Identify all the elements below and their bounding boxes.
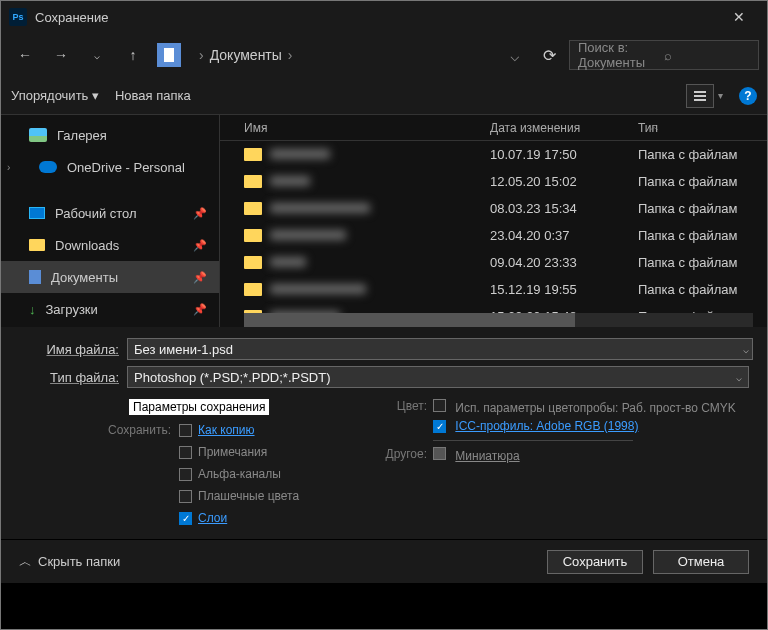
pin-icon: 📌 xyxy=(193,239,207,252)
file-row[interactable]: 08.03.23 15:34Папка с файлам xyxy=(220,195,767,222)
folder-icon xyxy=(244,202,262,215)
filename-label: Имя файла: xyxy=(19,342,119,357)
pin-icon: 📌 xyxy=(193,271,207,284)
file-row[interactable]: 09.04.20 23:33Папка с файлам xyxy=(220,249,767,276)
footer: ︿ Скрыть папки Сохранить Отмена xyxy=(1,539,767,583)
save-dialog: Ps Сохранение ✕ ← → ⌵ ↑ › Документы › ⌵ … xyxy=(0,0,768,630)
filetype-select[interactable]: Photoshop (*.PSD;*.PDD;*.PSDT) ⌵ xyxy=(127,366,749,388)
cloud-icon xyxy=(39,161,57,173)
pin-icon: 📌 xyxy=(193,303,207,316)
option-layers[interactable]: Слои xyxy=(198,511,227,525)
up-button[interactable]: ↑ xyxy=(117,39,149,71)
forward-button[interactable]: → xyxy=(45,39,77,71)
sidebar-item-desktop[interactable]: Рабочий стол 📌 xyxy=(1,197,219,229)
checkbox-thumb[interactable] xyxy=(433,447,446,460)
column-headers: Имя ︿ Дата изменения Тип xyxy=(220,115,767,141)
view-mode-button[interactable] xyxy=(686,84,714,108)
titlebar: Ps Сохранение ✕ xyxy=(1,1,767,33)
option-as-copy[interactable]: Как копию xyxy=(198,423,255,437)
recent-dropdown[interactable]: ⌵ xyxy=(81,39,113,71)
help-button[interactable]: ? xyxy=(739,87,757,105)
organize-button[interactable]: Упорядочить ▾ xyxy=(11,88,99,103)
back-button[interactable]: ← xyxy=(9,39,41,71)
checkbox-alpha[interactable] xyxy=(179,468,192,481)
search-icon: ⌕ xyxy=(664,48,750,63)
options-header: Параметры сохранения xyxy=(129,399,269,415)
gallery-icon xyxy=(29,128,47,142)
refresh-button[interactable]: ⟳ xyxy=(533,46,565,65)
sort-indicator: ︿ xyxy=(650,121,659,134)
save-button[interactable]: Сохранить xyxy=(547,550,643,574)
col-date[interactable]: Дата изменения xyxy=(490,121,638,135)
folder-icon xyxy=(29,239,45,251)
folder-icon xyxy=(244,175,262,188)
breadcrumb-dropdown[interactable]: ⌵ xyxy=(501,46,529,65)
folder-icon xyxy=(244,148,262,161)
option-spot: Плашечные цвета xyxy=(198,489,299,503)
desktop-icon xyxy=(29,207,45,219)
horizontal-scrollbar[interactable] xyxy=(244,313,753,327)
close-button[interactable]: ✕ xyxy=(719,1,759,33)
checkbox-layers[interactable]: ✓ xyxy=(179,512,192,525)
save-options: Параметры сохранения Сохранить: Как копи… xyxy=(1,395,767,539)
filename-input[interactable] xyxy=(127,338,753,360)
other-label: Другое: xyxy=(379,447,433,465)
checkbox-proof[interactable] xyxy=(433,399,446,412)
folder-icon xyxy=(244,229,262,242)
option-proof: Исп. параметры цветопробы: Раб. прост-во… xyxy=(455,401,735,415)
sidebar-item-loads[interactable]: ↓ Загрузки 📌 xyxy=(1,293,219,325)
sidebar-item-downloads[interactable]: Downloads 📌 xyxy=(1,229,219,261)
sidebar-item-documents[interactable]: Документы 📌 xyxy=(1,261,219,293)
chevron-down-icon: ⌵ xyxy=(736,372,742,383)
checkbox-as-copy[interactable] xyxy=(179,424,192,437)
option-icc[interactable]: ICC-профиль: Adobe RGB (1998) xyxy=(455,419,638,433)
checkbox-spot[interactable] xyxy=(179,490,192,503)
location-icon xyxy=(157,43,181,67)
chevron-up-icon: ︿ xyxy=(19,553,32,571)
new-folder-button[interactable]: Новая папка xyxy=(115,88,191,103)
nav-bar: ← → ⌵ ↑ › Документы › ⌵ ⟳ Поиск в: Докум… xyxy=(1,33,767,77)
hide-folders-button[interactable]: ︿ Скрыть папки xyxy=(19,553,120,571)
option-alpha: Альфа-каналы xyxy=(198,467,281,481)
breadcrumb-segment[interactable]: Документы xyxy=(210,47,282,63)
filetype-label: Тип файла: xyxy=(19,370,119,385)
sidebar-item-gallery[interactable]: Галерея xyxy=(1,119,219,151)
file-row[interactable]: 23.04.20 0:37Папка с файлам xyxy=(220,222,767,249)
sidebar-item-onedrive[interactable]: › OneDrive - Personal xyxy=(1,151,219,183)
filename-form: Имя файла: ⌵ Тип файла: Photoshop (*.PSD… xyxy=(1,327,767,395)
window-title: Сохранение xyxy=(35,10,109,25)
file-list-area: Имя ︿ Дата изменения Тип 10.07.19 17:50П… xyxy=(219,115,767,327)
cancel-button[interactable]: Отмена xyxy=(653,550,749,574)
toolbar: Упорядочить ▾ Новая папка ▾ ? xyxy=(1,77,767,115)
save-label: Сохранить: xyxy=(19,423,179,437)
chevron-down-icon[interactable]: ⌵ xyxy=(743,344,749,355)
sidebar: Галерея › OneDrive - Personal Рабочий ст… xyxy=(1,115,219,327)
expand-icon[interactable]: › xyxy=(7,162,10,173)
file-row[interactable]: 15.12.19 19:55Папка с файлам xyxy=(220,276,767,303)
document-icon xyxy=(29,270,41,284)
option-thumb: Миниатюра xyxy=(455,449,519,463)
file-row[interactable]: 12.05.20 15:02Папка с файлам xyxy=(220,168,767,195)
search-input[interactable]: Поиск в: Документы ⌕ xyxy=(569,40,759,70)
file-row[interactable]: 15.09.20 15:48Папка с файлам xyxy=(220,303,767,313)
checkbox-icc[interactable]: ✓ xyxy=(433,420,446,433)
pin-icon: 📌 xyxy=(193,207,207,220)
checkbox-notes[interactable] xyxy=(179,446,192,459)
download-icon: ↓ xyxy=(29,302,36,317)
file-row[interactable]: 10.07.19 17:50Папка с файлам xyxy=(220,141,767,168)
folder-icon xyxy=(244,283,262,296)
file-list[interactable]: 10.07.19 17:50Папка с файлам12.05.20 15:… xyxy=(220,141,767,313)
option-notes: Примечания xyxy=(198,445,267,459)
col-name[interactable]: Имя xyxy=(244,121,490,135)
folder-icon xyxy=(244,256,262,269)
app-icon: Ps xyxy=(9,8,27,26)
color-label: Цвет: xyxy=(379,399,433,417)
breadcrumb[interactable]: › Документы › xyxy=(189,47,497,63)
